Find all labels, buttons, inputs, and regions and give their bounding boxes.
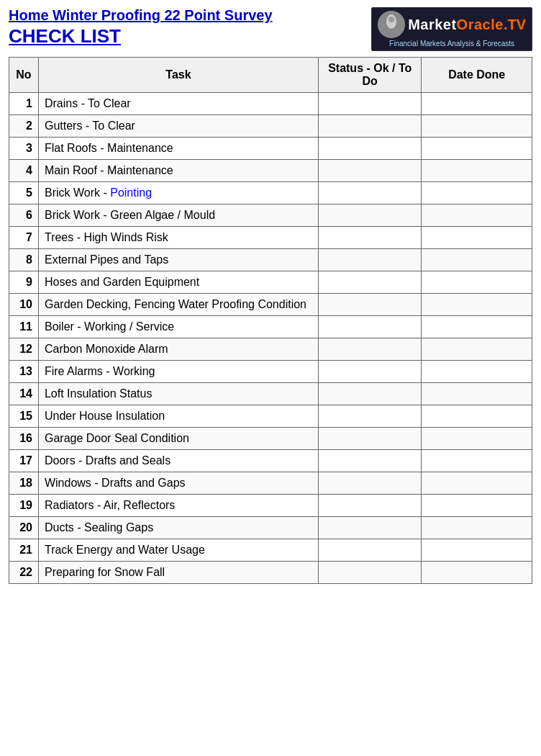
table-row: 13Fire Alarms - Working — [9, 361, 532, 383]
cell-status[interactable] — [319, 472, 422, 495]
table-row: 14Loft Insulation Status — [9, 383, 532, 405]
header-area: Home Winter Proofing 22 Point Survey CHE… — [9, 7, 532, 51]
logo-top: MarketOracle.TV — [378, 11, 526, 38]
table-row: 5Brick Work - Pointing — [9, 182, 532, 204]
cell-status[interactable] — [319, 562, 422, 584]
cell-task: External Pipes and Taps — [38, 249, 318, 271]
cell-date[interactable] — [422, 138, 532, 160]
table-row: 7Trees - High Winds Risk — [9, 227, 532, 249]
cell-no: 7 — [9, 227, 39, 249]
cell-status[interactable] — [319, 138, 422, 160]
table-row: 19Radiators - Air, Reflectors — [9, 495, 532, 517]
cell-no: 17 — [9, 450, 39, 472]
cell-task: Garage Door Seal Condition — [38, 428, 318, 450]
logo-box: MarketOracle.TV Financial Markets Analys… — [371, 7, 532, 51]
table-row: 15Under House Insulation — [9, 405, 532, 428]
logo-name: MarketOracle.TV — [408, 17, 526, 33]
cell-status[interactable] — [319, 115, 422, 138]
cell-task: Carbon Monoxide Alarm — [38, 338, 318, 361]
cell-date[interactable] — [422, 160, 532, 182]
cell-no: 22 — [9, 562, 39, 584]
cell-status[interactable] — [319, 405, 422, 428]
cell-status[interactable] — [319, 338, 422, 361]
cell-status[interactable] — [319, 450, 422, 472]
page-title: Home Winter Proofing 22 Point Survey — [9, 7, 273, 24]
cell-status[interactable] — [319, 204, 422, 227]
cell-status[interactable] — [319, 93, 422, 115]
cell-task: Doors - Drafts and Seals — [38, 450, 318, 472]
cell-task: Track Energy and Water Usage — [38, 539, 318, 562]
cell-date[interactable] — [422, 115, 532, 138]
table-row: 3Flat Roofs - Maintenance — [9, 138, 532, 160]
checklist-label: CHECK LIST — [9, 25, 273, 48]
cell-date[interactable] — [422, 428, 532, 450]
cell-date[interactable] — [422, 294, 532, 316]
table-row: 17Doors - Drafts and Seals — [9, 450, 532, 472]
cell-no: 8 — [9, 249, 39, 271]
cell-no: 18 — [9, 472, 39, 495]
cell-date[interactable] — [422, 182, 532, 204]
cell-date[interactable] — [422, 450, 532, 472]
cell-task: Loft Insulation Status — [38, 383, 318, 405]
cell-status[interactable] — [319, 517, 422, 539]
cell-status[interactable] — [319, 495, 422, 517]
table-row: 4Main Roof - Maintenance — [9, 160, 532, 182]
cell-date[interactable] — [422, 562, 532, 584]
cell-date[interactable] — [422, 271, 532, 294]
highlight-text: Pointing — [110, 186, 152, 199]
cell-date[interactable] — [422, 472, 532, 495]
cell-task: Fire Alarms - Working — [38, 361, 318, 383]
cell-task: Brick Work - Pointing — [38, 182, 318, 204]
cell-no: 16 — [9, 428, 39, 450]
cell-task: Main Roof - Maintenance — [38, 160, 318, 182]
cell-date[interactable] — [422, 405, 532, 428]
cell-status[interactable] — [319, 227, 422, 249]
cell-date[interactable] — [422, 338, 532, 361]
cell-date[interactable] — [422, 517, 532, 539]
cell-task: Hoses and Garden Equipment — [38, 271, 318, 294]
cell-status[interactable] — [319, 539, 422, 562]
cell-task: Boiler - Working / Service — [38, 316, 318, 338]
cell-date[interactable] — [422, 204, 532, 227]
cell-status[interactable] — [319, 428, 422, 450]
cell-status[interactable] — [319, 361, 422, 383]
cell-task: Flat Roofs - Maintenance — [38, 138, 318, 160]
cell-date[interactable] — [422, 249, 532, 271]
cell-no: 21 — [9, 539, 39, 562]
cell-date[interactable] — [422, 316, 532, 338]
cell-no: 11 — [9, 316, 39, 338]
cell-date[interactable] — [422, 361, 532, 383]
cell-no: 12 — [9, 338, 39, 361]
table-row: 9Hoses and Garden Equipment — [9, 271, 532, 294]
header-text: Home Winter Proofing 22 Point Survey CHE… — [9, 7, 273, 48]
cell-no: 19 — [9, 495, 39, 517]
cell-date[interactable] — [422, 93, 532, 115]
cell-status[interactable] — [319, 294, 422, 316]
cell-no: 14 — [9, 383, 39, 405]
table-row: 8External Pipes and Taps — [9, 249, 532, 271]
cell-date[interactable] — [422, 495, 532, 517]
col-header-status: Status - Ok / To Do — [319, 58, 422, 93]
cell-status[interactable] — [319, 160, 422, 182]
logo-icon — [378, 11, 405, 38]
cell-status[interactable] — [319, 249, 422, 271]
cell-no: 20 — [9, 517, 39, 539]
table-row: 11Boiler - Working / Service — [9, 316, 532, 338]
cell-no: 10 — [9, 294, 39, 316]
table-row: 16Garage Door Seal Condition — [9, 428, 532, 450]
cell-status[interactable] — [319, 383, 422, 405]
cell-no: 5 — [9, 182, 39, 204]
cell-task: Preparing for Snow Fall — [38, 562, 318, 584]
cell-date[interactable] — [422, 227, 532, 249]
cell-date[interactable] — [422, 539, 532, 562]
cell-task: Gutters - To Clear — [38, 115, 318, 138]
cell-no: 15 — [9, 405, 39, 428]
cell-status[interactable] — [319, 182, 422, 204]
cell-status[interactable] — [319, 316, 422, 338]
cell-status[interactable] — [319, 271, 422, 294]
cell-date[interactable] — [422, 383, 532, 405]
cell-no: 9 — [9, 271, 39, 294]
cell-task: Trees - High Winds Risk — [38, 227, 318, 249]
table-row: 22Preparing for Snow Fall — [9, 562, 532, 584]
cell-task: Garden Decking, Fencing Water Proofing C… — [38, 294, 318, 316]
